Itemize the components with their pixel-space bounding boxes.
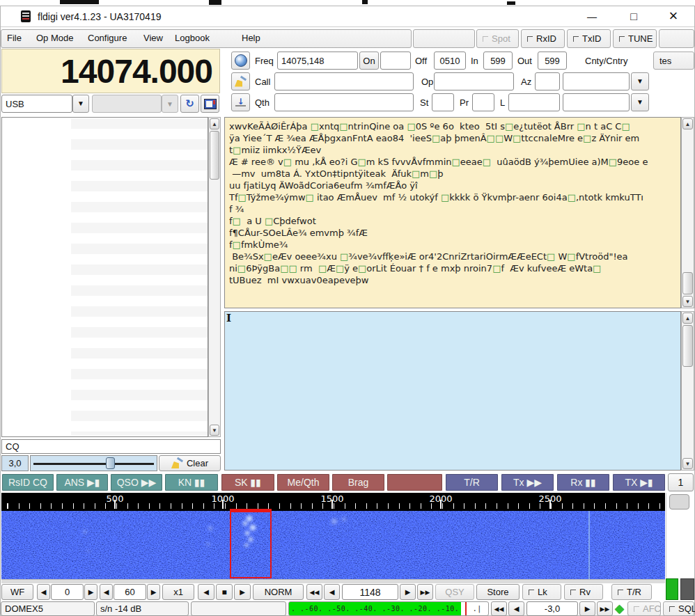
wf-mode-button[interactable]: WF	[1, 584, 33, 600]
offset-left-button[interactable]: ◀	[508, 601, 524, 616]
macro-button-empty[interactable]	[386, 473, 443, 491]
pr-input[interactable]	[472, 93, 494, 111]
slider-handle[interactable]	[106, 457, 115, 469]
carrier-fast-left-button[interactable]: ◀◀	[306, 584, 322, 600]
store-button[interactable]: Store	[476, 584, 520, 600]
scroll-down-button[interactable]: ▼	[682, 296, 693, 307]
call-input[interactable]	[274, 72, 414, 90]
tx-scrollbar[interactable]: ▲ ▼	[681, 311, 694, 471]
menu-logbook[interactable]: Logbook	[175, 33, 210, 43]
macro-button-rsid-cq[interactable]: RsID CQ	[1, 473, 54, 491]
menu-help[interactable]: Help	[242, 33, 260, 43]
speed-button[interactable]: NORM	[253, 584, 304, 600]
macro-button-tx[interactable]: Tx ▶▶	[501, 473, 554, 491]
freq-input[interactable]: 14075,148	[277, 52, 358, 70]
menu-file[interactable]: File	[7, 33, 22, 43]
wf-pause-button[interactable]: ■	[216, 584, 233, 600]
browser-clear-button[interactable]: Clear	[159, 455, 221, 471]
macro-button-me-qth[interactable]: Me/Qth	[276, 473, 330, 491]
region-input[interactable]	[563, 93, 630, 111]
scroll-up-button[interactable]: ▲	[210, 118, 219, 129]
rx-text-pane[interactable]: xwvKeÃÀØiÊrÁþa □xntq□ntrinQine oa □0S ºe…	[224, 117, 681, 308]
ref-level-up-button[interactable]: ▶	[84, 584, 97, 600]
macro-page-indicator[interactable]: 1	[668, 473, 694, 491]
range-up-button[interactable]: ▶	[147, 584, 160, 600]
st-input[interactable]	[432, 93, 454, 111]
macro-button-rx[interactable]: Rx ▮▮	[556, 473, 610, 491]
offset-fast-left-button[interactable]: ◀◀	[491, 601, 507, 616]
scroll-down-button[interactable]: ▼	[210, 425, 219, 436]
country-dropdown-button[interactable]: ▼	[631, 72, 649, 90]
carrier-right-button[interactable]: ▶	[400, 584, 416, 600]
clear-log-fields-button[interactable]	[231, 72, 250, 90]
lock-toggle[interactable]: Lk	[522, 584, 561, 600]
transmit-receive-toggle[interactable]: T/R	[611, 584, 652, 600]
signal-browser-list[interactable]	[1, 117, 208, 437]
range-down-button[interactable]: ◀	[100, 584, 113, 600]
offset-right-button[interactable]: ▶	[579, 601, 595, 616]
loc-input[interactable]	[508, 93, 560, 111]
maximize-button[interactable]: □	[624, 8, 643, 26]
macro-button-tx2[interactable]: TX ▶▮	[612, 473, 666, 491]
spot-toggle[interactable]: Spot	[476, 29, 519, 48]
scrollbar-thumb[interactable]	[682, 272, 693, 294]
scrollbar-thumb[interactable]	[682, 325, 693, 367]
browser-squelch-slider[interactable]	[30, 455, 157, 471]
reverse-toggle[interactable]: Rv	[564, 584, 603, 600]
qth-input[interactable]	[274, 93, 414, 111]
waterfall-frequency-ruler[interactable]: 500 1000 1500 2000 2500	[1, 493, 665, 511]
time-off-input[interactable]: 0510	[434, 52, 466, 70]
menu-op-mode[interactable]: Op Mode	[36, 33, 73, 43]
frequency-display[interactable]: 14074.000	[1, 49, 220, 93]
menu-configure[interactable]: Configure	[88, 33, 127, 43]
offset-fast-right-button[interactable]: ▶▶	[597, 601, 613, 616]
macro-button-brag[interactable]: Brag	[331, 473, 385, 491]
carrier-left-button[interactable]: ◀	[324, 584, 340, 600]
range-value[interactable]: 60	[114, 584, 146, 600]
txid-toggle[interactable]: TxID	[567, 29, 611, 48]
mode-select[interactable]: USB	[1, 95, 72, 113]
offset-value[interactable]: -3,0	[526, 601, 578, 616]
waterfall-display[interactable]	[1, 511, 665, 579]
op-input[interactable]	[434, 72, 514, 90]
scrollbar-thumb[interactable]	[210, 131, 219, 180]
macro-button-tr[interactable]: T/R	[445, 473, 499, 491]
qrz-lookup-button[interactable]	[231, 52, 250, 70]
menu-view[interactable]: View	[143, 33, 163, 43]
tune-toggle[interactable]: TUNE	[613, 29, 657, 48]
rxid-toggle[interactable]: RxID	[521, 29, 565, 48]
squelch-level-bar[interactable]	[666, 578, 678, 600]
macro-button-sk[interactable]: SK ▮▮	[221, 473, 275, 491]
country-input[interactable]	[563, 72, 630, 90]
time-on-button[interactable]: On	[359, 52, 379, 70]
ref-level-value[interactable]: 0	[51, 584, 84, 600]
scroll-left-button[interactable]: ◀	[198, 584, 214, 600]
az-input[interactable]	[535, 72, 560, 90]
macro-button-qso[interactable]: QSO ▶▶	[110, 473, 163, 491]
logbook-button[interactable]	[201, 95, 219, 113]
scroll-right-button[interactable]: ▶	[234, 584, 251, 600]
tx-text-pane[interactable]: I	[224, 311, 681, 471]
carrier-frequency-value[interactable]: 1148	[342, 584, 398, 600]
status-mode[interactable]: DOMEX5	[1, 601, 95, 616]
macro-button-kn[interactable]: KN ▮▮	[164, 473, 219, 491]
carrier-fast-right-button[interactable]: ▶▶	[417, 584, 433, 600]
close-button[interactable]: ×	[664, 6, 683, 26]
region-dropdown-button[interactable]: ▼	[631, 93, 649, 111]
mode-dropdown-button[interactable]: ▼	[72, 95, 89, 113]
minimize-button[interactable]: —	[582, 8, 602, 26]
refresh-rig-button[interactable]: ↻	[180, 95, 199, 113]
browser-scrollbar[interactable]: ▲ ▼	[208, 117, 221, 437]
rx-scrollbar[interactable]: ▲ ▼	[681, 117, 694, 308]
time-on-input[interactable]	[380, 52, 411, 70]
scroll-up-button[interactable]: ▲	[682, 313, 693, 324]
waterfall-side-slider[interactable]	[669, 494, 689, 510]
ref-level-down-button[interactable]: ◀	[37, 584, 50, 600]
notes-tab-clipped[interactable]: tes	[653, 52, 694, 70]
squelch-toggle[interactable]: SQL	[663, 601, 694, 616]
afc-toggle[interactable]: AFC	[627, 601, 661, 616]
magnification-button[interactable]: x1	[162, 584, 194, 600]
save-qso-button[interactable]: ↓	[231, 93, 250, 111]
scroll-down-button[interactable]: ▼	[682, 458, 693, 469]
macro-button-ans[interactable]: ANS ▶▮	[56, 473, 109, 491]
